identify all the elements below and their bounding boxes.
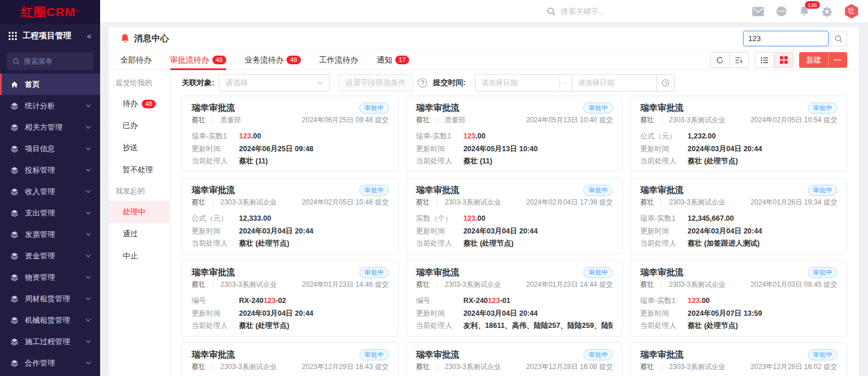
- sidebar-menu: 首页 统计分析 相关方管理 项目信息 投标管理: [0, 74, 100, 376]
- subnav-item[interactable]: 中止: [109, 245, 170, 267]
- layers-icon: [10, 123, 19, 132]
- list-view-button[interactable]: [755, 52, 774, 68]
- sidebar-menu-item[interactable]: 统计分析: [0, 95, 100, 116]
- card-top: 瑞幸审批流 审批中: [640, 349, 837, 360]
- sidebar-menu-item[interactable]: 发票管理: [0, 224, 100, 245]
- field-pre: 2024年03月04日 20:44: [464, 227, 538, 235]
- approval-card[interactable]: 瑞幸审批流 审批中 蔡壮 ｜ 2303-3系测试企业 2024年02月04日 1…: [406, 178, 623, 254]
- subnav-item-label: 中止: [123, 251, 138, 261]
- subnav-item[interactable]: 待办 48: [109, 93, 170, 115]
- chevron-down-icon: [85, 167, 91, 173]
- date-start-input[interactable]: 请选择日期: [475, 74, 560, 92]
- global-search[interactable]: 搜索关键字...: [547, 6, 686, 17]
- field-pre: 蔡壮 (11): [464, 157, 492, 165]
- new-button[interactable]: 新建 ⋯: [799, 52, 847, 68]
- approval-card[interactable]: 瑞幸审批流 审批中 蔡壮 ｜ 质量部 2024年05月13日 10:40 提交 …: [406, 96, 623, 172]
- tab[interactable]: 审批流待办 48: [170, 50, 226, 70]
- card-dept: 2303-3系测试企业: [669, 115, 725, 125]
- clock-icon: [656, 74, 675, 92]
- subnav-item-label: 暂不处理: [123, 165, 153, 175]
- help-icon[interactable]: ?: [418, 78, 427, 87]
- sort-button[interactable]: [729, 52, 749, 68]
- sidebar-menu-item[interactable]: 施工过程管理: [0, 331, 100, 352]
- card-separator: ｜: [209, 198, 216, 207]
- field-value: 2024年05月13日 10:40: [464, 143, 613, 156]
- field-post: -02: [275, 297, 286, 305]
- avatar[interactable]: 壮: [844, 4, 859, 19]
- card-field: 更新时间 2024年03月04日 20:44: [192, 308, 389, 320]
- chat-icon[interactable]: [776, 6, 787, 17]
- sidebar-menu-item[interactable]: 周材租赁管理: [0, 288, 100, 309]
- approval-card[interactable]: 瑞幸审批流 审批中 蔡壮 ｜ 2303-3系测试企业 2024年01月23日 1…: [182, 260, 399, 337]
- subnav-item[interactable]: 已办: [109, 115, 170, 137]
- subnav-item[interactable]: 暂不处理: [109, 159, 170, 181]
- approval-card[interactable]: 瑞幸审批流 审批中 蔡壮 ｜ 2303-3系测试企业 2024年01月26日 1…: [630, 178, 847, 254]
- field-pre: 蔡壮 (11): [239, 157, 268, 165]
- card-title: 瑞幸审批流: [640, 267, 683, 278]
- sidebar-menu-item[interactable]: 收入管理: [0, 181, 100, 202]
- approval-card[interactable]: 瑞幸审批流 审批中 蔡壮 ｜ 2303-3系测试企业 2024年02月05日 1…: [182, 178, 399, 254]
- gear-icon[interactable]: [822, 6, 832, 17]
- grid-view-button[interactable]: [774, 52, 793, 68]
- workspace: 消息中心 全部待办 审批流待办 48 业务流待办 48 工作流待办 通知 17: [100, 23, 868, 376]
- card-submitter: 蔡壮: [416, 280, 430, 290]
- bell-icon[interactable]: 135: [799, 6, 810, 17]
- card-top: 瑞幸审批流 审批中: [416, 349, 613, 360]
- submit-time-label: 提交时间:: [433, 78, 465, 88]
- refresh-button[interactable]: [710, 52, 730, 68]
- tab[interactable]: 业务流待办 48: [245, 50, 301, 70]
- select-placeholder: 请选择: [225, 78, 248, 88]
- card-field: 当前处理人 蔡壮 (11): [416, 155, 613, 168]
- card-field: 当前处理人 蔡壮 (处理节点): [640, 155, 837, 168]
- more-icon[interactable]: ⋯: [829, 56, 847, 64]
- field-label: 当前处理人: [416, 155, 464, 168]
- card-field: 当前处理人 蔡壮 (处理节点): [640, 320, 837, 333]
- panel-search-input[interactable]: [743, 31, 829, 46]
- subnav-item-label: 通过: [123, 229, 138, 239]
- approval-card[interactable]: 瑞幸审批流 审批中 蔡壮 ｜ 2303-3系测试企业 2024年02月05日 1…: [630, 96, 847, 172]
- card-submitter: 蔡壮: [416, 198, 430, 207]
- tab-label: 审批流待办: [170, 55, 209, 65]
- sidebar-collapse-icon[interactable]: «: [87, 31, 91, 41]
- field-value: 友利、18611、高伟、陆陆257、陆陆259、陆陆258、群、蔡...: [464, 320, 613, 333]
- approval-card[interactable]: 瑞幸审批流 审批中 蔡壮 ｜ 2303-3系测试企业 2023年12月28日 1…: [406, 342, 623, 376]
- date-end-input[interactable]: 请选择日期: [572, 74, 657, 92]
- card-field: 更新时间 2024年03月04日 20:44: [640, 225, 837, 238]
- field-filter-button[interactable]: 设置字段筛选条件: [338, 74, 413, 92]
- subnav-item[interactable]: 抄送: [109, 137, 170, 159]
- sidebar-menu-item[interactable]: 支出管理: [0, 202, 100, 224]
- card-separator: ｜: [658, 198, 665, 207]
- card-separator: ｜: [434, 280, 441, 290]
- approval-card[interactable]: 瑞幸审批流 审批中 蔡壮 ｜ 2303-3系测试企业 2023年12月28日 1…: [630, 342, 847, 376]
- menu-search-input[interactable]: 搜索菜单: [7, 53, 93, 70]
- mail-icon[interactable]: [752, 7, 764, 16]
- sidebar-menu-item[interactable]: 机械租赁管理: [0, 309, 100, 331]
- approval-card[interactable]: 瑞幸审批流 审批中 蔡壮 ｜ 质量部 2024年06月25日 09:48 提交 …: [182, 96, 399, 172]
- approval-card[interactable]: 瑞幸审批流 审批中 蔡壮 ｜ 2303-3系测试企业 2024年01月03日 0…: [630, 260, 847, 337]
- app-switcher[interactable]: 工程项目管理 «: [0, 24, 100, 48]
- sidebar-menu-item[interactable]: 相关方管理: [0, 116, 100, 138]
- tab[interactable]: 工作流待办: [319, 50, 359, 70]
- sidebar-menu-item[interactable]: 物资管理: [0, 267, 100, 288]
- card-separator: ｜: [658, 280, 665, 290]
- card-field: 公式（元） 12,333.00: [192, 213, 389, 225]
- sidebar-menu-item[interactable]: 投标管理: [0, 159, 100, 181]
- tab-badge: 17: [395, 56, 409, 64]
- sidebar-menu-item[interactable]: 项目信息: [0, 138, 100, 159]
- sidebar-menu-item[interactable]: 合作管理: [0, 352, 100, 374]
- approval-card[interactable]: 瑞幸审批流 审批中 蔡壮 ｜ 2303-3系测试企业 2024年01月23日 1…: [406, 260, 623, 337]
- field-value: 123.00: [239, 130, 389, 143]
- card-dept: 2303-3系测试企业: [669, 198, 725, 207]
- card-submitter: 蔡壮: [416, 115, 430, 125]
- approval-card[interactable]: 瑞幸审批流 审批中 蔡壮 ｜ 2303-3系测试企业 2023年12月29日 1…: [182, 342, 399, 376]
- tab[interactable]: 通知 17: [377, 50, 409, 70]
- subnav-item[interactable]: 处理中: [109, 201, 170, 223]
- panel-search-button[interactable]: [830, 31, 847, 46]
- subnav-item[interactable]: 通过: [109, 223, 170, 245]
- field-pre: 2024年03月04日 20:44: [687, 145, 762, 153]
- tab[interactable]: 全部待办: [120, 50, 152, 70]
- related-object-select[interactable]: 请选择: [219, 74, 330, 92]
- sidebar-item-home[interactable]: 首页: [0, 74, 100, 95]
- tab-controls: 新建 ⋯: [710, 50, 847, 70]
- sidebar-menu-item[interactable]: 资金管理: [0, 245, 100, 267]
